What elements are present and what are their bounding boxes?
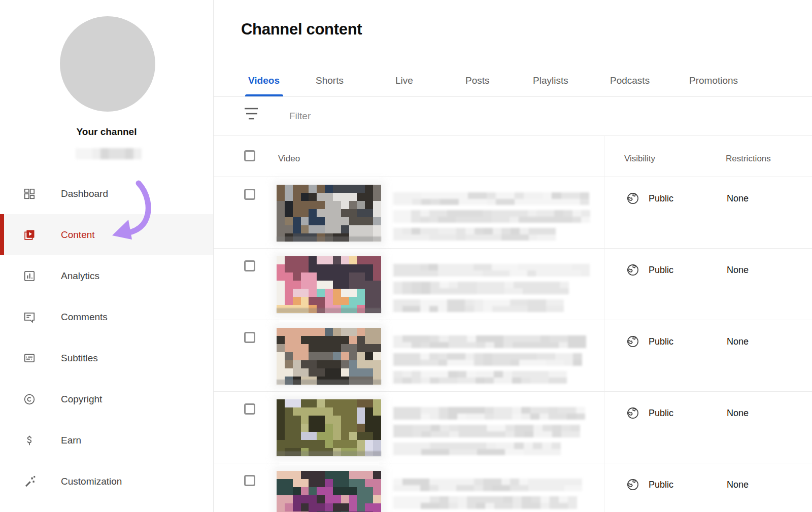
tab-podcasts[interactable]: Podcasts [610, 66, 650, 97]
subtitles-icon [23, 352, 36, 365]
earn-icon [23, 434, 36, 447]
globe-icon [626, 263, 640, 277]
video-thumbnail[interactable] [277, 185, 381, 242]
thumbnail-bottom-bar [277, 380, 381, 385]
column-header-restrictions: Restrictions [726, 154, 771, 164]
sidebar-item-label: Analytics [61, 270, 99, 282]
video-thumbnail-mosaic [277, 471, 381, 512]
row-checkbox[interactable] [244, 332, 255, 343]
video-title-blurred-line [393, 425, 580, 437]
video-title-blurred-line[interactable] [393, 407, 585, 420]
column-header-video: Video [278, 154, 300, 164]
tab-live[interactable]: Live [395, 66, 413, 97]
select-all-checkbox[interactable] [244, 150, 255, 161]
restrictions-value: None [727, 408, 749, 419]
video-title-blurred-line [393, 353, 582, 366]
sidebar: Your channel DashboardContentAnalyticsCo… [0, 0, 214, 512]
filter-input[interactable]: Filter [214, 97, 812, 135]
video-thumbnail-mosaic [277, 256, 381, 313]
restrictions-value: None [727, 336, 749, 347]
sidebar-item-label: Earn [61, 435, 81, 446]
row-checkbox[interactable] [244, 189, 255, 200]
video-row: PublicNone [214, 392, 812, 463]
content-icon [23, 228, 36, 242]
video-thumbnail-mosaic [277, 328, 381, 385]
sidebar-item-copyright[interactable]: Copyright [0, 379, 213, 420]
dashboard-icon [23, 187, 36, 200]
video-title-blurred-line[interactable] [393, 264, 590, 277]
sidebar-item-label: Comments [61, 312, 108, 323]
sidebar-item-label: Content [61, 229, 95, 241]
visibility-value[interactable]: Public [649, 193, 673, 204]
copyright-icon [23, 393, 36, 406]
sidebar-item-label: Dashboard [61, 188, 108, 199]
globe-icon [626, 406, 640, 420]
video-title-blurred-line [393, 496, 577, 509]
video-title-blurred-line [393, 442, 561, 455]
restrictions-value: None [727, 193, 749, 204]
globe-icon [626, 191, 640, 206]
channel-name-blurred [76, 148, 142, 159]
sidebar-item-comments[interactable]: Comments [0, 296, 213, 337]
video-thumbnail-mosaic [277, 185, 381, 242]
comments-icon [23, 311, 36, 324]
main-content: Channel content VideosShortsLivePostsPla… [214, 0, 812, 512]
sidebar-menu: DashboardContentAnalyticsCommentsSubtitl… [0, 173, 213, 502]
thumbnail-bottom-bar [277, 451, 381, 456]
video-row: PublicNone [214, 249, 812, 320]
filter-placeholder: Filter [289, 97, 311, 135]
filter-icon [244, 107, 258, 120]
tab-videos[interactable]: Videos [248, 66, 280, 97]
video-title-blurred-line[interactable] [393, 335, 586, 348]
video-row: PublicNone [214, 320, 812, 392]
thumbnail-bottom-bar [277, 236, 381, 242]
video-title-blurred-line [393, 371, 567, 384]
analytics-icon [23, 269, 36, 283]
globe-icon [626, 334, 640, 349]
video-title-blurred-line [393, 228, 556, 241]
restrictions-value: None [727, 480, 749, 490]
tab-shorts[interactable]: Shorts [316, 66, 344, 97]
tab-playlists[interactable]: Playlists [533, 66, 568, 97]
video-title-blurred-line[interactable] [393, 192, 589, 205]
sidebar-item-label: Copyright [61, 394, 102, 405]
video-title-blurred-line[interactable] [393, 479, 582, 491]
your-channel-label: Your channel [0, 126, 213, 138]
sidebar-item-content[interactable]: Content [0, 214, 213, 255]
customization-icon [23, 475, 36, 488]
column-header-visibility: Visibility [624, 154, 655, 164]
video-thumbnail[interactable] [277, 328, 381, 385]
row-checkbox[interactable] [244, 403, 255, 415]
thumbnail-bottom-bar [277, 308, 381, 313]
globe-icon [626, 477, 640, 492]
restrictions-value: None [727, 265, 749, 276]
video-title-blurred-line [393, 299, 564, 312]
video-title-blurred-line [393, 282, 569, 294]
table-header: Video Visibility Restrictions [214, 135, 812, 177]
row-checkbox[interactable] [244, 260, 255, 271]
sidebar-item-label: Subtitles [61, 353, 98, 364]
visibility-value[interactable]: Public [649, 265, 673, 276]
sidebar-item-dashboard[interactable]: Dashboard [0, 173, 213, 214]
visibility-value[interactable]: Public [649, 480, 673, 490]
sidebar-item-analytics[interactable]: Analytics [0, 255, 213, 296]
sidebar-item-earn[interactable]: Earn [0, 420, 213, 461]
video-row: PublicNone [214, 463, 812, 512]
video-row: PublicNone [214, 177, 812, 249]
tab-promotions[interactable]: Promotions [689, 66, 738, 97]
video-thumbnail[interactable] [277, 471, 381, 512]
tab-bar: VideosShortsLivePostsPlaylistsPodcastsPr… [214, 66, 812, 97]
sidebar-item-customization[interactable]: Customization [0, 461, 213, 502]
video-thumbnail-mosaic [277, 399, 381, 456]
page-title: Channel content [241, 20, 362, 39]
tab-posts[interactable]: Posts [465, 66, 490, 97]
visibility-value[interactable]: Public [649, 336, 673, 347]
video-list: PublicNonePublicNonePublicNonePublicNone… [214, 177, 812, 512]
video-thumbnail[interactable] [277, 399, 381, 456]
channel-avatar[interactable] [60, 16, 155, 112]
sidebar-item-label: Customization [61, 476, 122, 487]
video-thumbnail[interactable] [277, 256, 381, 313]
visibility-value[interactable]: Public [649, 408, 673, 419]
sidebar-item-subtitles[interactable]: Subtitles [0, 337, 213, 379]
row-checkbox[interactable] [244, 475, 255, 486]
